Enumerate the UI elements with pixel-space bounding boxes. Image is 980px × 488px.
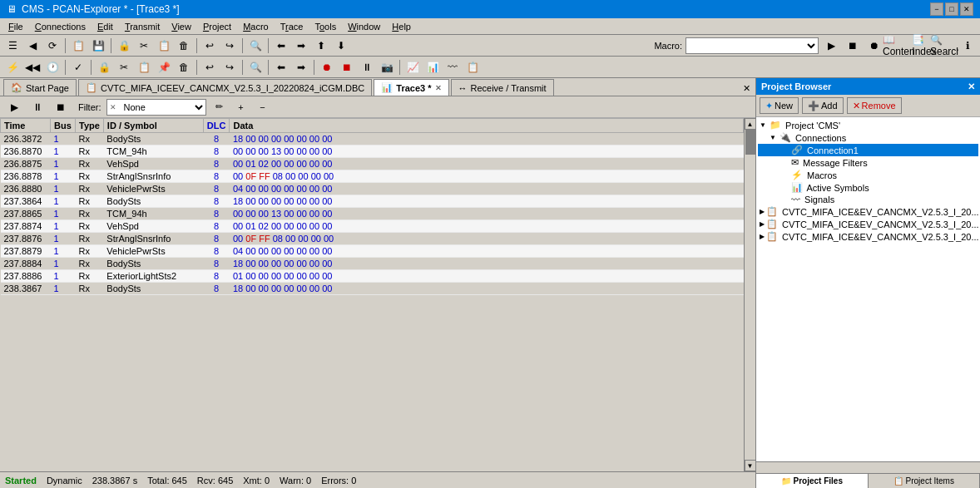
toolbar2-graph[interactable]: 📈 xyxy=(403,58,422,76)
project-items-tab[interactable]: 📋 Project Items xyxy=(869,474,981,488)
tree-item[interactable]: 🔗 Connection1 xyxy=(758,144,978,156)
filter-pause-btn[interactable]: ⏸ xyxy=(28,98,47,116)
scroll-down-btn[interactable]: ▼ xyxy=(745,460,756,471)
tree-item[interactable]: ⚡ Macros xyxy=(758,169,978,181)
toolbar2-copy[interactable]: 📋 xyxy=(135,58,153,76)
filter-del-btn[interactable]: − xyxy=(255,99,271,116)
toolbar2-btn-2[interactable]: ◀◀ xyxy=(23,58,42,76)
filter-select[interactable]: None xyxy=(106,99,206,116)
tree-item[interactable]: ✉ Message Filters xyxy=(758,156,978,169)
menu-connections[interactable]: Connections xyxy=(30,21,91,32)
toolbar2-search[interactable]: 🔍 xyxy=(246,58,265,76)
toolbar-redo[interactable]: ↪ xyxy=(220,37,239,55)
left-panel: 🏠 Start Page 📋 CVTC_MIFA_ICEEV_CANCMX_V2… xyxy=(0,78,755,488)
trace-scrollbar-v[interactable]: ▲ ▼ xyxy=(744,118,755,471)
toolbar2-check[interactable]: ✓ xyxy=(69,58,87,76)
close-button[interactable]: ✕ xyxy=(960,2,973,16)
toolbar2-wave[interactable]: 〰 xyxy=(443,58,462,76)
tab-start-page[interactable]: 🏠 Start Page xyxy=(3,79,77,96)
tab-trace3[interactable]: 📊 Trace3 * ✕ xyxy=(374,79,448,96)
filter-add-btn[interactable]: + xyxy=(233,99,250,116)
toolbar2-del[interactable]: 🗑 xyxy=(175,58,193,76)
toolbar2-redo[interactable]: ↪ xyxy=(220,58,239,76)
toolbar2-btn-5[interactable]: ✂ xyxy=(115,58,133,76)
toolbar2-rec-red[interactable]: ⏺ xyxy=(318,58,336,76)
toolbar-btn-12[interactable]: ⬆ xyxy=(312,37,330,55)
menu-tools[interactable]: Tools xyxy=(309,21,341,32)
tree-item[interactable]: ▶📋 CVTC_MIFA_ICE&EV_CANCMX_V2.5.3_I_20..… xyxy=(758,205,978,218)
toolbar-btn-5[interactable]: 💾 xyxy=(89,37,107,55)
menu-view[interactable]: View xyxy=(166,21,196,32)
project-browser-title: Project Browser ✕ xyxy=(756,78,980,95)
toolbar-search[interactable]: 🔍 xyxy=(246,37,265,55)
menu-macro[interactable]: Macro xyxy=(238,21,274,32)
toolbar-btn-11[interactable]: ➡ xyxy=(292,37,310,55)
menu-edit[interactable]: Edit xyxy=(92,21,118,32)
toolbar-btn-6[interactable]: 🔒 xyxy=(115,37,133,55)
scroll-up-btn[interactable]: ▲ xyxy=(745,118,756,130)
toolbar2-btn-1[interactable]: ⚡ xyxy=(3,58,22,76)
macro-select[interactable] xyxy=(686,37,819,54)
maximize-button[interactable]: □ xyxy=(945,2,958,16)
toolbar2-camera[interactable]: 📷 xyxy=(378,58,396,76)
close-panel-btn[interactable]: ✕ xyxy=(740,82,752,94)
toolbar2-arrow-r[interactable]: ➡ xyxy=(292,58,310,76)
toolbar2-pause[interactable]: ⏸ xyxy=(358,58,376,76)
trace-panel: ▶ ⏸ ⏹ Filter: ✕ None ✏ + − xyxy=(0,96,755,488)
menu-file[interactable]: File xyxy=(3,21,28,32)
toolbar2-undo[interactable]: ↩ xyxy=(200,58,219,76)
macro-rec-btn[interactable]: ⏺ xyxy=(865,37,883,55)
tab-receive-transmit[interactable]: ↔ Receive / Transmit xyxy=(451,79,554,96)
toolbar-btn-3[interactable]: ⟳ xyxy=(43,37,62,55)
toolbar2-graph2[interactable]: 📊 xyxy=(423,58,442,76)
menu-window[interactable]: Window xyxy=(343,21,385,32)
project-new-btn[interactable]: ✦ New xyxy=(760,97,799,114)
menu-transmit[interactable]: Transmit xyxy=(120,21,165,32)
menu-trace[interactable]: Trace xyxy=(275,21,309,32)
toolbar2-btn-3[interactable]: 🕐 xyxy=(43,58,62,76)
project-toolbar: ✦ New ➕ Add ✕ Remove xyxy=(756,95,980,117)
menu-help[interactable]: Help xyxy=(387,21,416,32)
scroll-thumb[interactable] xyxy=(745,130,755,155)
tab-dbc[interactable]: 📋 CVTC_MIFA_ICEEV_CANCMX_V2.5.3_I_202208… xyxy=(78,79,372,96)
toolbar-undo[interactable]: ↩ xyxy=(200,37,219,55)
minimize-button[interactable]: − xyxy=(930,2,943,16)
macro-run-btn[interactable]: ▶ xyxy=(822,37,840,55)
project-browser-close[interactable]: ✕ xyxy=(968,81,975,92)
project-remove-btn[interactable]: ✕ Remove xyxy=(847,97,902,114)
filter-play-btn[interactable]: ▶ xyxy=(5,98,23,116)
toolbar2-table[interactable]: 📋 xyxy=(463,58,482,76)
toolbar2-paste[interactable]: 📌 xyxy=(155,58,173,76)
project-scrollbar-h[interactable] xyxy=(756,461,980,473)
help-info-btn[interactable]: ℹ xyxy=(958,37,977,55)
tree-item[interactable]: ▼📁 Project 'CMS' xyxy=(758,119,978,131)
help-contents-btn[interactable]: 📖 Contents xyxy=(893,37,912,55)
project-add-btn[interactable]: ➕ Add xyxy=(802,97,844,114)
tree-item[interactable]: 📊 Active Symbols xyxy=(758,181,978,194)
toolbar-btn-10[interactable]: ⬅ xyxy=(272,37,290,55)
toolbar-btn-7[interactable]: ✂ xyxy=(135,37,153,55)
toolbar2-stop-red[interactable]: ⏹ xyxy=(338,58,356,76)
toolbar2-btn-4[interactable]: 🔒 xyxy=(95,58,113,76)
tree-item[interactable]: ▶📋 CVTC_MIFA_ICE&EV_CANCMX_V2.5.3_I_20..… xyxy=(758,218,978,230)
help-search-btn[interactable]: 🔍 Search xyxy=(937,37,955,55)
tab-trace3-close[interactable]: ✕ xyxy=(435,84,442,92)
tree-item[interactable]: ▼🔌 Connections xyxy=(758,131,978,144)
cell-dlc: 8 xyxy=(203,133,230,145)
tree-item[interactable]: 〰 Signals xyxy=(758,194,978,205)
toolbar-btn-1[interactable]: ☰ xyxy=(3,37,22,55)
trace-table-scroll[interactable]: Time Bus Type ID / Symbol DLC Data 236.3… xyxy=(0,118,744,471)
toolbar-btn-13[interactable]: ⬇ xyxy=(332,37,350,55)
macro-stop-btn[interactable]: ⏹ xyxy=(844,37,862,55)
toolbar2-arrow-l[interactable]: ⬅ xyxy=(272,58,290,76)
filter-stop-btn[interactable]: ⏹ xyxy=(52,98,70,116)
scroll-track[interactable] xyxy=(745,130,755,460)
toolbar-btn-2[interactable]: ◀ xyxy=(23,37,42,55)
menu-project[interactable]: Project xyxy=(198,21,236,32)
toolbar-btn-8[interactable]: 📋 xyxy=(155,37,173,55)
toolbar-btn-4[interactable]: 📋 xyxy=(69,37,87,55)
project-files-tab[interactable]: 📁 Project Files xyxy=(756,474,869,488)
tree-item[interactable]: ▶📋 CVTC_MIFA_ICE&EV_CANCMX_V2.5.3_I_20..… xyxy=(758,230,978,243)
filter-edit-btn[interactable]: ✏ xyxy=(211,99,228,116)
toolbar-btn-9[interactable]: 🗑 xyxy=(175,37,193,55)
